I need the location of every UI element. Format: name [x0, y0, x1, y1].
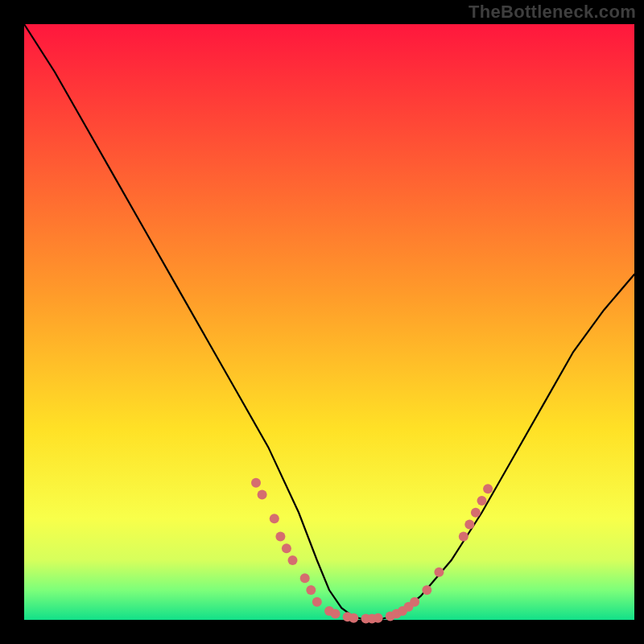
scatter-point [459, 531, 469, 541]
scatter-point [275, 531, 285, 541]
scatter-point [312, 597, 322, 607]
scatter-point [477, 496, 487, 506]
scatter-point [282, 543, 291, 553]
bottleneck-chart [0, 0, 644, 644]
scatter-point [331, 609, 341, 619]
scatter-point [410, 597, 419, 607]
scatter-point [471, 508, 481, 518]
chart-container: TheBottleneck.com [0, 0, 644, 644]
scatter-point [288, 555, 298, 565]
scatter-point [374, 613, 383, 623]
watermark-text: TheBottleneck.com [469, 2, 636, 23]
scatter-point [349, 613, 358, 623]
scatter-point [434, 568, 444, 577]
scatter-point [422, 585, 431, 595]
scatter-point [258, 490, 267, 500]
scatter-point [300, 573, 310, 583]
scatter-point [270, 514, 279, 523]
gradient-panel [24, 24, 634, 620]
scatter-point [464, 520, 474, 530]
scatter-point [251, 478, 261, 488]
scatter-point [483, 484, 493, 493]
scatter-point [306, 585, 316, 595]
